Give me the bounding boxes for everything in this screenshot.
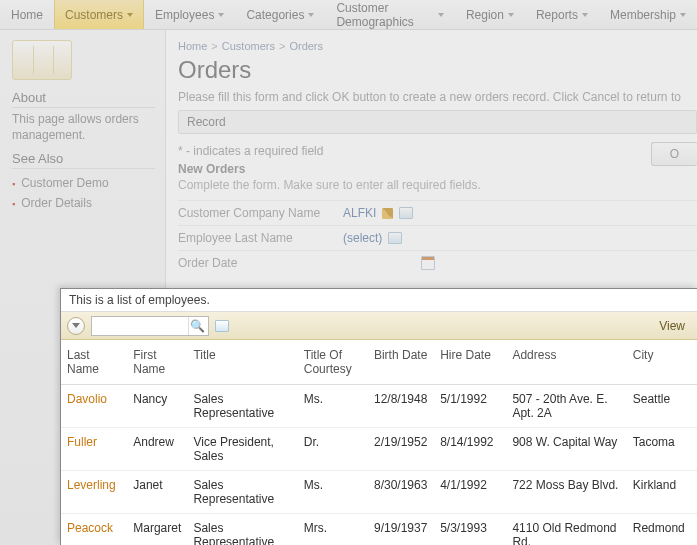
chevron-down-icon	[438, 13, 444, 17]
sidebar-card-icon	[12, 40, 72, 80]
table-cell: 908 W. Capital Way	[506, 428, 626, 471]
nav-item-customer-demographics[interactable]: Customer Demographics	[325, 0, 454, 29]
search-icon[interactable]: 🔍	[188, 317, 206, 335]
field-customer-company: Customer Company Name ALFKI	[178, 200, 697, 225]
view-label[interactable]: View	[659, 319, 691, 333]
top-nav: HomeCustomersEmployeesCategoriesCustomer…	[0, 0, 697, 30]
table-cell: Nancy	[127, 385, 187, 428]
chevron-down-icon	[508, 13, 514, 17]
table-cell: Andrew	[127, 428, 187, 471]
company-value[interactable]: ALFKI	[343, 206, 376, 220]
column-header[interactable]: Address	[506, 340, 626, 385]
table-cell: 507 - 20th Ave. E. Apt. 2A	[506, 385, 626, 428]
table-cell: Davolio	[61, 385, 127, 428]
pencil-icon[interactable]	[382, 208, 393, 219]
chevron-down-icon	[218, 13, 224, 17]
table-cell: Mrs.	[298, 514, 368, 546]
chevron-down-icon	[582, 13, 588, 17]
table-row[interactable]: PeacockMargaretSales RepresentativeMrs.9…	[61, 514, 697, 546]
field-employee: Employee Last Name (select)	[178, 225, 697, 250]
column-header[interactable]: First Name	[127, 340, 187, 385]
nav-item-reports[interactable]: Reports	[525, 0, 599, 29]
seealso-heading: See Also	[12, 151, 155, 169]
table-cell: 8/30/1963	[368, 471, 434, 514]
chevron-down-icon	[127, 13, 133, 17]
search-box: 🔍	[91, 316, 209, 336]
nav-item-home[interactable]: Home	[0, 0, 54, 29]
employee-lookup-popup: This is a list of employees. 🔍 View Last…	[60, 288, 697, 545]
seealso-list: Customer DemoOrder Details	[12, 173, 155, 213]
table-cell: 722 Moss Bay Blvd.	[506, 471, 626, 514]
field-order-date: Order Date	[178, 250, 697, 275]
column-header[interactable]: Last Name	[61, 340, 127, 385]
table-cell: Dr.	[298, 428, 368, 471]
table-cell: Seattle	[627, 385, 697, 428]
table-cell: Redmond	[627, 514, 697, 546]
form-heading: New Orders	[178, 162, 697, 176]
table-row[interactable]: DavolioNancySales RepresentativeMs.12/8/…	[61, 385, 697, 428]
table-cell: Leverling	[61, 471, 127, 514]
orderdate-label: Order Date	[178, 256, 343, 270]
employee-grid: Last NameFirst NameTitleTitle Of Courtes…	[61, 340, 697, 545]
breadcrumb-item[interactable]: Customers	[222, 40, 275, 52]
column-header[interactable]: City	[627, 340, 697, 385]
table-cell: Margaret	[127, 514, 187, 546]
table-cell: Ms.	[298, 385, 368, 428]
search-input[interactable]	[92, 317, 188, 335]
table-cell: 4/1/1992	[434, 471, 506, 514]
employee-value[interactable]: (select)	[343, 231, 382, 245]
table-cell: 4110 Old Redmond Rd.	[506, 514, 626, 546]
table-cell: Fuller	[61, 428, 127, 471]
table-cell: Ms.	[298, 471, 368, 514]
breadcrumb: Home>Customers>Orders	[178, 40, 697, 52]
table-cell: Sales Representative	[187, 471, 297, 514]
table-row[interactable]: FullerAndrewVice President, SalesDr.2/19…	[61, 428, 697, 471]
table-cell: 8/14/1992	[434, 428, 506, 471]
column-header[interactable]: Birth Date	[368, 340, 434, 385]
chevron-down-icon	[680, 13, 686, 17]
table-cell: Sales Representative	[187, 514, 297, 546]
popup-caption: This is a list of employees.	[61, 289, 697, 312]
employee-label: Employee Last Name	[178, 231, 343, 245]
required-note: * - indicates a required field	[178, 144, 697, 158]
breadcrumb-item: Orders	[289, 40, 323, 52]
lookup-icon[interactable]	[388, 232, 402, 244]
record-bar[interactable]: Record	[178, 110, 697, 134]
table-cell: Janet	[127, 471, 187, 514]
about-text: This page allows orders management.	[12, 112, 155, 143]
grid-body: DavolioNancySales RepresentativeMs.12/8/…	[61, 385, 697, 546]
company-label: Customer Company Name	[178, 206, 343, 220]
column-header[interactable]: Title Of Courtesy	[298, 340, 368, 385]
nav-item-region[interactable]: Region	[455, 0, 525, 29]
table-cell: 5/1/1992	[434, 385, 506, 428]
seealso-link[interactable]: Order Details	[12, 193, 155, 213]
nav-item-membership[interactable]: Membership	[599, 0, 697, 29]
calendar-icon[interactable]	[421, 256, 435, 270]
table-cell: Vice President, Sales	[187, 428, 297, 471]
grid-header-row: Last NameFirst NameTitleTitle Of Courtes…	[61, 340, 697, 385]
table-cell: 5/3/1993	[434, 514, 506, 546]
table-cell: 2/19/1952	[368, 428, 434, 471]
table-cell: 9/19/1937	[368, 514, 434, 546]
nav-item-employees[interactable]: Employees	[144, 0, 235, 29]
chevron-down-icon	[308, 13, 314, 17]
nav-item-categories[interactable]: Categories	[235, 0, 325, 29]
nav-item-customers[interactable]: Customers	[54, 0, 144, 29]
about-heading: About	[12, 90, 155, 108]
breadcrumb-item[interactable]: Home	[178, 40, 207, 52]
table-cell: 12/8/1948	[368, 385, 434, 428]
ok-button[interactable]: O	[651, 142, 697, 166]
new-record-icon[interactable]	[215, 320, 229, 332]
dropdown-toggle-button[interactable]	[67, 317, 85, 335]
seealso-link[interactable]: Customer Demo	[12, 173, 155, 193]
column-header[interactable]: Hire Date	[434, 340, 506, 385]
table-row[interactable]: LeverlingJanetSales RepresentativeMs.8/3…	[61, 471, 697, 514]
lookup-icon[interactable]	[399, 207, 413, 219]
table-cell: Peacock	[61, 514, 127, 546]
table-cell: Sales Representative	[187, 385, 297, 428]
table-cell: Kirkland	[627, 471, 697, 514]
table-cell: Tacoma	[627, 428, 697, 471]
intro-text: Please fill this form and click OK butto…	[178, 90, 697, 104]
column-header[interactable]: Title	[187, 340, 297, 385]
page-title: Orders	[178, 56, 697, 84]
